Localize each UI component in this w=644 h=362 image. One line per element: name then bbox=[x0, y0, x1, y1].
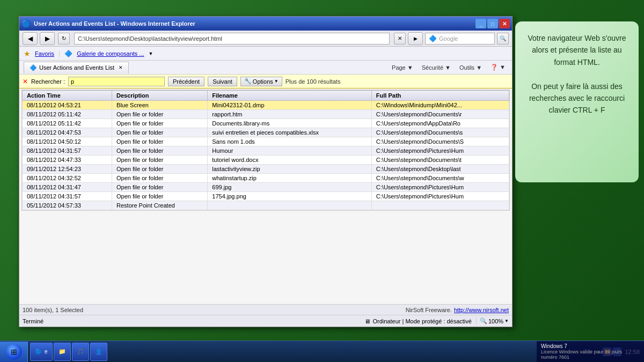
find-options-arrow: ▼ bbox=[274, 79, 279, 84]
nirsoft-label: NirSoft Freeware. bbox=[406, 307, 452, 313]
tab-label: User Actions and Events List bbox=[39, 64, 114, 71]
find-label: Rechercher : bbox=[31, 78, 65, 85]
ie-win-controls: _ □ ✕ bbox=[475, 19, 510, 28]
find-result-count: Plus de 100 résultats bbox=[286, 78, 341, 85]
ie-stop-button[interactable]: ✕ bbox=[394, 33, 406, 45]
cell-3: C:\Users\stepmond\Documents\s bbox=[371, 128, 509, 137]
table-row[interactable]: 08/11/2012 04:31:57Open file or folderHu… bbox=[23, 146, 509, 156]
user-icon: 👤 bbox=[95, 348, 103, 355]
ie-find-bar: ✕ Rechercher : Précédent Suivant 🔧 Optio… bbox=[19, 75, 512, 88]
find-options-label: Options bbox=[253, 78, 273, 85]
ie-active-tab[interactable]: 🔷 User Actions and Events List ✕ bbox=[24, 62, 129, 73]
ie-taskbar-icon: 🔵 bbox=[35, 348, 42, 355]
find-next-button[interactable]: Suivant bbox=[208, 77, 237, 86]
taskbar-item-user[interactable]: 👤 bbox=[90, 343, 107, 361]
taskbar-item-explorer[interactable]: 📁 bbox=[54, 343, 71, 361]
find-options-button[interactable]: 🔧 Options ▼ bbox=[240, 77, 282, 86]
cell-2 bbox=[208, 201, 372, 210]
fav-icon2: 🔷 bbox=[64, 50, 72, 57]
windows-logo: ⊞ bbox=[11, 348, 17, 356]
table-row[interactable]: 08/11/2012 04:31:47Open file or folder69… bbox=[23, 183, 509, 192]
ie-zone-indicator: 🖥 Ordinateur | Mode protégé : désactivé bbox=[364, 318, 471, 324]
col-header-description: Description bbox=[112, 91, 208, 101]
cell-1: Open file or folder bbox=[112, 119, 208, 128]
cell-2: rapport.htm bbox=[208, 110, 372, 119]
ie-status-text: Terminé bbox=[23, 318, 360, 324]
annotation-text: Votre navigateur Web s'ouvre alors et pr… bbox=[524, 32, 630, 116]
ie-minimize-button[interactable]: _ bbox=[475, 19, 486, 28]
ie-security-button[interactable]: Sécurité ▼ bbox=[420, 64, 453, 71]
ie-address-bar[interactable]: C:\Users\stepmond\Desktop\lastactivityvi… bbox=[74, 33, 390, 45]
ie-zoom-control[interactable]: 🔍 100% ▼ bbox=[476, 317, 509, 324]
cell-2: Sans nom 1.ods bbox=[208, 137, 372, 146]
table-row[interactable]: 09/11/2012 12:54:23Open file or folderla… bbox=[23, 165, 509, 174]
col-header-fullpath: Full Path bbox=[371, 91, 509, 101]
os-serial: numéro 7601 bbox=[541, 354, 640, 360]
table-row[interactable]: 08/11/2012 04:53:21Blue ScreenMini042312… bbox=[23, 101, 509, 110]
os-info-panel: Windows 7 Licence Windows valide pour 89… bbox=[537, 341, 644, 362]
cell-2: tutoriel word.docx bbox=[208, 156, 372, 165]
find-close-button[interactable]: ✕ bbox=[23, 78, 28, 85]
explorer-icon: 📁 bbox=[58, 348, 66, 355]
ie-search-go-button[interactable]: 🔍 bbox=[497, 33, 509, 45]
ie-maximize-button[interactable]: □ bbox=[487, 19, 498, 28]
ie-search-placeholder: Google bbox=[439, 35, 458, 42]
table-row[interactable]: 08/11/2012 04:47:53Open file or foldersu… bbox=[23, 128, 509, 137]
find-prev-button[interactable]: Précédent bbox=[168, 77, 204, 86]
start-button[interactable]: ⊞ bbox=[0, 342, 28, 362]
ie-refresh-button[interactable]: ↻ bbox=[58, 33, 70, 45]
bing-icon: 🔷 bbox=[429, 35, 437, 42]
ie-content-area: Action Time Description Filename Full Pa… bbox=[19, 88, 512, 292]
cell-0: 08/11/2012 05:11:42 bbox=[23, 110, 112, 119]
cell-1: Open file or folder bbox=[112, 128, 208, 137]
cell-2: whatinstartup.zip bbox=[208, 174, 372, 183]
taskbar-items: 🔵 e 📁 🎵 👤 bbox=[28, 343, 592, 361]
table-row[interactable]: 05/11/2012 04:57:33Restore Point Created bbox=[23, 201, 509, 210]
cell-0: 08/11/2012 04:47:33 bbox=[23, 156, 112, 165]
ie-close-button[interactable]: ✕ bbox=[499, 19, 510, 28]
favorites-item-gallery[interactable]: Galerie de composants ... bbox=[77, 50, 144, 57]
item-count: 100 item(s), 1 Selected bbox=[23, 307, 83, 313]
nirsoft-url[interactable]: http://www.nirsoft.net bbox=[454, 307, 509, 313]
cell-0: 09/11/2012 12:54:23 bbox=[23, 165, 112, 174]
os-name: Windows 7 bbox=[541, 343, 640, 349]
ie-titlebar: 🔵 User Actions and Events List - Windows… bbox=[19, 17, 512, 31]
ie-back-button[interactable]: ◀ bbox=[23, 32, 38, 45]
table-row[interactable]: 08/11/2012 04:47:33Open file or foldertu… bbox=[23, 156, 509, 165]
ie-tools-button[interactable]: Outils ▼ bbox=[457, 64, 484, 71]
cell-1: Open file or folder bbox=[112, 174, 208, 183]
cell-3: C:\Users\stepmond\Desktop\last bbox=[371, 165, 509, 174]
taskbar: ⊞ 🔵 e 📁 🎵 👤 ▲ 📶 🔊 bbox=[0, 341, 644, 362]
annotation-panel: Votre navigateur Web s'ouvre alors et pr… bbox=[515, 21, 639, 182]
tab-close-icon[interactable]: ✕ bbox=[119, 65, 123, 70]
cell-0: 08/11/2012 04:32:52 bbox=[23, 174, 112, 183]
cell-0: 08/11/2012 04:47:53 bbox=[23, 128, 112, 137]
cell-1: Open file or folder bbox=[112, 183, 208, 192]
table-row[interactable]: 08/11/2012 04:32:52Open file or folderwh… bbox=[23, 174, 509, 183]
taskbar-item-media[interactable]: 🎵 bbox=[72, 343, 89, 361]
cell-0: 08/11/2012 05:11:42 bbox=[23, 119, 112, 128]
cell-2: Mini042312-01.dmp bbox=[208, 101, 372, 110]
table-row[interactable]: 08/11/2012 05:11:42Open file or folderDo… bbox=[23, 119, 509, 128]
favorites-item-favoris[interactable]: Favoris bbox=[35, 50, 54, 57]
favorites-star-icon: ★ bbox=[24, 49, 31, 58]
table-row[interactable]: 08/11/2012 05:11:42Open file or folderra… bbox=[23, 110, 509, 119]
cell-3: C:\Users\stepmond\Pictures\Hum bbox=[371, 183, 509, 192]
taskbar-item-ie[interactable]: 🔵 e bbox=[30, 343, 53, 361]
ie-search-box[interactable]: 🔷 Google bbox=[425, 33, 495, 45]
ie-page-button[interactable]: Page ▼ bbox=[390, 64, 415, 71]
find-options-icon: 🔧 bbox=[244, 78, 252, 85]
ie-help-button[interactable]: ❓ ▼ bbox=[488, 64, 508, 71]
cell-3: C:\Users\stepmond\Pictures\Hum bbox=[371, 192, 509, 201]
cell-0: 05/11/2012 04:57:33 bbox=[23, 201, 112, 210]
zoom-level: 100% bbox=[488, 318, 503, 324]
zone-icon: 🖥 bbox=[364, 318, 370, 324]
ie-forward-button[interactable]: ▶ bbox=[40, 32, 55, 45]
ie-statusbar: Terminé 🖥 Ordinateur | Mode protégé : dé… bbox=[19, 315, 512, 327]
ie-go-button[interactable]: ▶ bbox=[408, 32, 423, 45]
fav-dropdown[interactable]: ▼ bbox=[149, 51, 153, 56]
cell-2: Documents.library-ms bbox=[208, 119, 372, 128]
table-row[interactable]: 08/11/2012 04:31:57Open file or folder17… bbox=[23, 192, 509, 201]
find-input[interactable] bbox=[68, 77, 165, 86]
table-row[interactable]: 08/11/2012 04:50:12Open file or folderSa… bbox=[23, 137, 509, 146]
